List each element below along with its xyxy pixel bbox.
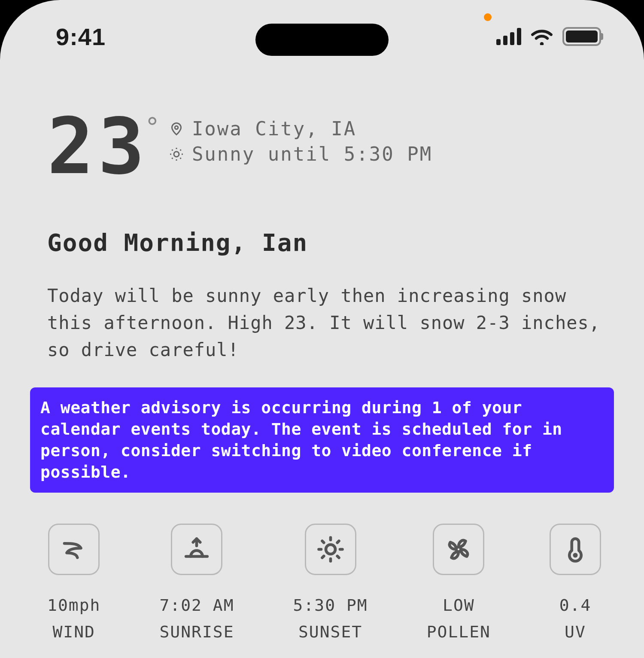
stat-wind[interactable]: 10mphWIND [47, 524, 100, 641]
stat-value: 0.4 [559, 596, 592, 615]
location-line: Iowa City, IA [169, 118, 432, 140]
stat-value: 10mph [47, 596, 100, 615]
sunrise-icon [171, 524, 222, 575]
location-text: Iowa City, IA [192, 118, 356, 140]
weather-advisory-banner[interactable]: A weather advisory is occurring during 1… [30, 387, 614, 493]
stat-value: LOW [443, 596, 475, 615]
phone-frame: 9:41 23 ° Iowa City, IA [0, 0, 644, 658]
stat-label: UV [565, 622, 586, 641]
location-pin-icon [169, 121, 184, 137]
stat-label: WIND [52, 622, 95, 641]
greeting-heading: Good Morning, Ian [47, 228, 605, 256]
stat-pollen[interactable]: LOWPOLLEN [427, 524, 491, 641]
condition-line: Sunny until 5:30 PM [169, 143, 432, 165]
svg-point-4 [573, 553, 577, 557]
wind-icon [48, 524, 100, 575]
battery-icon [562, 27, 601, 46]
stat-sunset[interactable]: 5:30 PMSUNSET [293, 524, 368, 641]
status-bar: 9:41 [0, 19, 644, 54]
cellular-icon [496, 28, 521, 45]
degree-symbol: ° [145, 114, 160, 140]
stat-value: 5:30 PM [293, 596, 368, 615]
fan-icon [433, 524, 484, 575]
thermo-icon [550, 524, 601, 575]
stats-row: 10mphWIND7:02 AMSUNRISE5:30 PMSUNSETLOWP… [47, 524, 605, 641]
main-content: 23 ° Iowa City, IA Sunny until 5:30 PM G… [0, 0, 644, 641]
svg-point-2 [326, 545, 335, 554]
wifi-icon [531, 28, 553, 45]
status-indicators [496, 27, 601, 46]
condition-text: Sunny until 5:30 PM [192, 143, 432, 165]
status-time: 9:41 [56, 23, 106, 51]
stat-sunrise[interactable]: 7:02 AMSUNRISE [159, 524, 234, 641]
stat-uv[interactable]: 0.4UV [550, 524, 601, 641]
svg-point-1 [174, 152, 179, 157]
sun-small-icon [169, 146, 184, 162]
forecast-summary: Today will be sunny early then increasin… [47, 282, 605, 363]
svg-point-0 [175, 126, 178, 129]
recording-indicator-icon [484, 13, 492, 21]
stat-label: SUNRISE [159, 622, 234, 641]
stat-label: POLLEN [427, 622, 491, 641]
sun-icon [305, 524, 356, 575]
stat-value: 7:02 AM [159, 596, 234, 615]
stat-label: SUNSET [298, 622, 362, 641]
weather-hero: 23 ° Iowa City, IA Sunny until 5:30 PM [47, 112, 605, 181]
current-temperature: 23 [47, 112, 149, 181]
